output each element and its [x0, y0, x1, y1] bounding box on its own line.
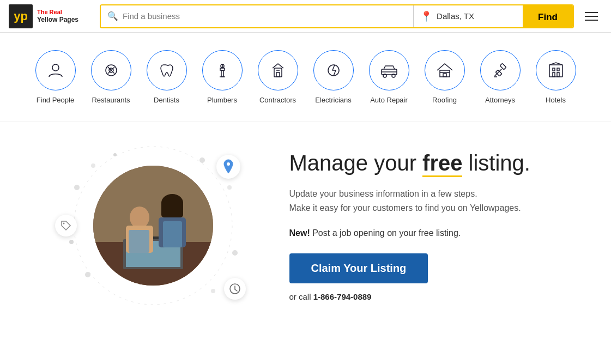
contractors-label: Contractors [259, 96, 296, 104]
svg-point-38 [63, 223, 64, 225]
tag-icon [60, 220, 72, 232]
plumbers-icon-circle [202, 50, 243, 90]
contractor-icon [268, 60, 288, 80]
hero-desc: Update your business information in a fe… [289, 187, 562, 215]
svg-point-33 [232, 250, 238, 256]
hero-phone: or call 1-866-794-0889 [289, 292, 562, 301]
contractors-icon-circle [258, 50, 298, 90]
clock-icon [229, 283, 241, 295]
electric-icon [324, 60, 343, 80]
svg-rect-26 [557, 72, 559, 77]
roofing-icon-circle [425, 50, 465, 90]
svg-point-29 [91, 163, 95, 168]
hotel-icon [546, 60, 566, 80]
category-roofing[interactable]: Roofing [417, 46, 473, 108]
svg-rect-25 [553, 72, 555, 77]
svg-rect-8 [276, 72, 280, 77]
category-auto-repair[interactable]: Auto Repair [361, 46, 417, 108]
svg-rect-49 [161, 201, 183, 217]
logo[interactable]: yp The Real Yellow Pages [9, 4, 93, 28]
search-icon: 🔍 [107, 11, 118, 21]
svg-point-31 [199, 157, 205, 163]
search-business-field[interactable]: 🔍 [101, 5, 414, 27]
svg-point-0 [52, 64, 59, 71]
logo-icon: yp [9, 4, 33, 28]
electricians-icon-circle [313, 50, 354, 90]
svg-point-28 [74, 185, 80, 190]
hero-text: Manage your free listing. Update your bu… [289, 150, 562, 301]
location-icon: 📍 [420, 10, 432, 22]
claim-listing-button[interactable]: Claim Your Listing [289, 253, 428, 283]
category-electricians[interactable]: Electricians [306, 46, 361, 108]
attorneys-icon-circle [480, 50, 521, 90]
roof-icon [435, 60, 455, 80]
car-icon [379, 60, 399, 80]
menu-line [585, 12, 598, 13]
svg-rect-19 [500, 63, 506, 69]
hotels-label: Hotels [546, 96, 566, 104]
svg-point-30 [113, 153, 117, 156]
category-attorneys[interactable]: Attorneys [473, 46, 528, 108]
attorneys-label: Attorneys [485, 96, 515, 104]
search-location-field[interactable]: 📍 [414, 5, 523, 27]
logo-text: The Real Yellow Pages [37, 9, 78, 24]
hotels-icon-circle [536, 50, 576, 90]
svg-rect-22 [549, 65, 562, 77]
restaurants-label: Restaurants [92, 96, 130, 104]
plumbers-label: Plumbers [207, 96, 237, 104]
electricians-label: Electricians [315, 96, 351, 104]
svg-point-37 [227, 162, 230, 166]
svg-point-35 [85, 272, 90, 277]
svg-rect-52 [163, 221, 182, 247]
person-icon [46, 60, 65, 80]
category-nav: Find People Restaurants Dentists [0, 33, 611, 122]
svg-rect-51 [129, 230, 149, 253]
pin-badge [216, 155, 240, 179]
category-dentists[interactable]: Dentists [139, 46, 195, 108]
menu-button[interactable] [580, 8, 602, 25]
header: yp The Real Yellow Pages 🔍 📍 Find [0, 0, 611, 33]
search-input[interactable] [123, 11, 407, 21]
find-people-icon-circle [35, 50, 76, 90]
svg-rect-5 [221, 70, 223, 77]
search-form: 🔍 📍 Find [100, 4, 574, 28]
tag-badge [55, 215, 77, 236]
restaurant-icon [101, 60, 121, 80]
category-restaurants[interactable]: Restaurants [83, 46, 139, 108]
gavel-icon [491, 60, 510, 80]
clock-badge [224, 278, 246, 300]
find-people-label: Find People [37, 96, 74, 104]
category-plumbers[interactable]: Plumbers [195, 46, 250, 108]
restaurants-icon-circle [91, 50, 131, 90]
svg-point-45 [130, 207, 149, 228]
auto-repair-icon-circle [369, 50, 409, 90]
dentists-label: Dentists [154, 96, 179, 104]
category-hotels[interactable]: Hotels [528, 46, 584, 108]
people-illustration [93, 166, 213, 286]
svg-point-34 [211, 289, 215, 293]
find-button[interactable]: Find [523, 5, 573, 28]
category-contractors[interactable]: Contractors [250, 46, 306, 108]
menu-line [585, 20, 598, 21]
dentists-icon-circle [147, 50, 187, 90]
hero-title: Manage your free listing. [289, 150, 562, 176]
hero-image-area [50, 144, 257, 307]
svg-point-36 [69, 240, 74, 244]
tooth-icon [157, 60, 177, 80]
hero-new: New! Post a job opening on your free lis… [289, 228, 562, 238]
auto-repair-label: Auto Repair [370, 96, 408, 104]
svg-rect-16 [443, 74, 446, 77]
hero-section: Manage your free listing. Update your bu… [0, 122, 611, 329]
category-find-people[interactable]: Find People [28, 46, 83, 108]
svg-rect-23 [553, 68, 555, 71]
plumbing-icon [213, 60, 232, 80]
svg-rect-24 [557, 68, 559, 71]
roofing-label: Roofing [432, 96, 457, 104]
svg-rect-20 [495, 70, 501, 76]
phone-link[interactable]: 1-866-794-0889 [313, 292, 372, 301]
menu-line [585, 16, 598, 17]
pin-icon [222, 159, 234, 174]
hero-photo [93, 166, 213, 286]
svg-point-32 [227, 185, 232, 190]
